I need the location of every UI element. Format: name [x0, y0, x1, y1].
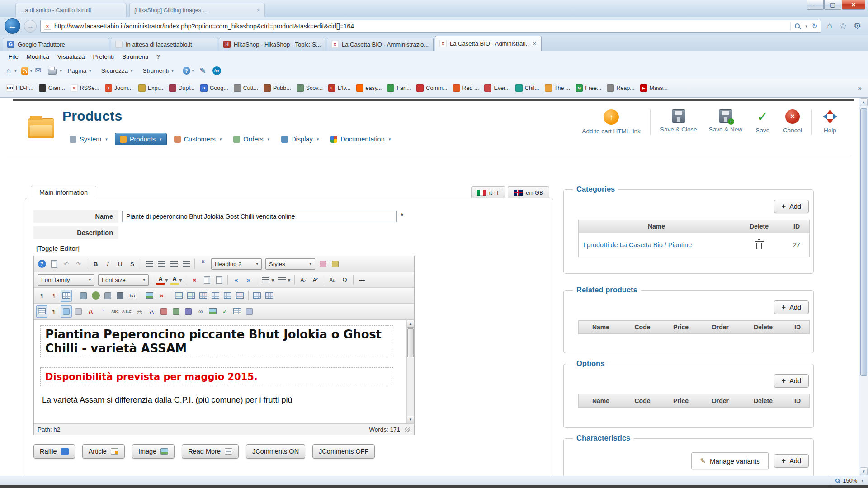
tab-lacasetta-administrati[interactable]: ×La Casetta BIO - Administrati...×: [435, 36, 542, 51]
characteristics-add-button[interactable]: + Add: [774, 454, 809, 468]
ordered-list-icon[interactable]: [260, 274, 271, 286]
help-button[interactable]: Help: [816, 107, 844, 136]
related-add-button[interactable]: + Add: [774, 300, 809, 314]
scroll-thumb[interactable]: [860, 108, 867, 376]
tab-main-information[interactable]: Main information: [31, 186, 96, 199]
horizontal-rule-icon[interactable]: —: [356, 274, 368, 286]
cleanup-icon[interactable]: [330, 258, 341, 270]
save-new-button[interactable]: + Save & New: [703, 107, 748, 136]
favorite-ever[interactable]: Ever...: [481, 82, 512, 94]
split-cells-icon[interactable]: [251, 290, 263, 302]
background-color-icon[interactable]: A: [170, 275, 179, 285]
add-to-cart-button[interactable]: ↑ Add to cart HTML link: [576, 107, 646, 137]
tab-google-traduttore[interactable]: GGoogle Traduttore: [3, 38, 109, 51]
iframe-icon[interactable]: [73, 305, 84, 318]
hp-icon[interactable]: hp: [212, 66, 221, 75]
favorite-gian[interactable]: Gian...: [36, 82, 68, 94]
paste-icon[interactable]: [201, 274, 212, 286]
insert-table-icon[interactable]: [61, 290, 72, 302]
address-dropdown-icon[interactable]: ▾: [805, 24, 807, 28]
bold-icon[interactable]: B: [90, 258, 101, 270]
col-after-icon[interactable]: [222, 290, 233, 302]
favorite-liv[interactable]: LL'Iv...: [326, 82, 354, 94]
language-icon[interactable]: ba: [127, 290, 138, 302]
favorite-reap[interactable]: Reap...: [604, 82, 637, 94]
chevron-down-icon[interactable]: ▾: [14, 69, 17, 73]
refresh-icon[interactable]: ↻: [812, 22, 818, 30]
underline-icon[interactable]: U: [114, 258, 126, 270]
save-button[interactable]: ✓ Save: [748, 107, 777, 136]
categories-add-button[interactable]: + Add: [774, 200, 809, 213]
scroll-up-icon[interactable]: ▲: [407, 320, 414, 328]
align-justify-icon[interactable]: [180, 258, 192, 270]
tab-lang-it[interactable]: it-IT: [471, 186, 505, 198]
mail-icon[interactable]: ✉: [33, 66, 43, 75]
tab-in-attesa[interactable]: In attesa di lacasettabio.it: [111, 38, 217, 51]
favorite-free[interactable]: MFree...: [573, 82, 604, 94]
favorite-pubb[interactable]: Pubb...: [261, 82, 294, 94]
row-before-icon[interactable]: [173, 290, 184, 302]
favorite-scov[interactable]: Scov...: [294, 82, 326, 94]
forward-button[interactable]: →: [24, 20, 37, 33]
menu-help[interactable]: ?: [152, 52, 164, 61]
col-delete-icon[interactable]: [234, 290, 245, 302]
citation-icon[interactable]: Aa: [327, 274, 338, 286]
favorite-mass[interactable]: ▶Mass...: [637, 82, 670, 94]
strikethrough-icon[interactable]: S: [127, 258, 138, 270]
favorite-cutt[interactable]: Cutt...: [231, 82, 261, 94]
paragraph-before-icon[interactable]: ¶: [36, 290, 47, 302]
subscript-icon[interactable]: A₂: [297, 274, 309, 286]
image-icon[interactable]: [207, 305, 218, 318]
tab-close-icon[interactable]: ×: [532, 40, 537, 47]
blockquote-icon[interactable]: “: [198, 258, 209, 270]
search-icon[interactable]: [795, 23, 800, 28]
text-color-caret-icon[interactable]: ▾: [164, 274, 169, 286]
print-icon[interactable]: [48, 69, 57, 75]
cell-properties-icon[interactable]: [231, 305, 243, 318]
cut-icon[interactable]: ×: [189, 274, 200, 286]
chevron-down-icon[interactable]: ▾: [30, 69, 33, 73]
inserted-text-icon[interactable]: A: [146, 305, 157, 318]
text-color-icon[interactable]: A: [156, 275, 165, 285]
favorite-the[interactable]: The ...: [542, 82, 573, 94]
menu-preferiti[interactable]: Preferiti: [89, 52, 118, 61]
tools-menu[interactable]: Strumenti ▾: [138, 66, 178, 76]
insert-media-icon[interactable]: [144, 290, 155, 302]
col-before-icon[interactable]: [210, 290, 221, 302]
find-icon[interactable]: [114, 290, 126, 302]
scroll-down-icon[interactable]: ▼: [860, 467, 868, 475]
background-color-caret-icon[interactable]: ▾: [178, 274, 183, 286]
home-icon[interactable]: ⌂: [827, 21, 832, 31]
options-add-button[interactable]: + Add: [774, 374, 809, 388]
favorite-dupl[interactable]: Dupl...: [166, 82, 198, 94]
superscript-icon[interactable]: A²: [310, 274, 321, 286]
scroll-up-icon[interactable]: ▲: [860, 98, 868, 106]
page-menu[interactable]: Pagina ▾: [63, 66, 96, 76]
calendar-icon[interactable]: [158, 305, 170, 318]
name-input[interactable]: [122, 211, 397, 222]
styled-text-icon[interactable]: A: [85, 305, 96, 318]
embed-icon[interactable]: [183, 305, 194, 318]
favorite-joom[interactable]: JJoom...: [102, 82, 136, 94]
jcomments-off-button[interactable]: JComments OFF: [312, 444, 375, 459]
tab-lacasetta-amministrazione[interactable]: ×La Casetta BIO - Amministrazio...: [327, 38, 434, 51]
bullet-list-icon[interactable]: [276, 274, 288, 286]
deleted-text-icon[interactable]: A: [134, 305, 145, 318]
scroll-thumb[interactable]: [407, 328, 414, 357]
resize-grip[interactable]: [405, 427, 410, 432]
editor-content[interactable]: Piantina Peperoncino piccante Bhut Jolok…: [34, 319, 414, 423]
font-size-select[interactable]: Font size▾: [98, 274, 149, 286]
favorite-comm[interactable]: Comm...: [414, 82, 450, 94]
manage-variants-button[interactable]: ✎ Manage variants: [691, 452, 768, 469]
special-character-icon[interactable]: Ω: [339, 274, 350, 286]
favorite-fari[interactable]: Fari...: [384, 82, 414, 94]
link-icon[interactable]: ∞: [195, 305, 206, 318]
delete-category-icon[interactable]: [756, 243, 762, 249]
minimize-button[interactable]: –: [807, 0, 824, 10]
category-link[interactable]: I prodotti de La Casetta Bio / Piantine: [579, 239, 734, 251]
tools-gear-icon[interactable]: ⚙: [854, 21, 861, 31]
read-more-button[interactable]: Read More: [182, 444, 239, 459]
ordered-list-caret-icon[interactable]: ▾: [270, 274, 275, 286]
favorite-chil[interactable]: Chil...: [513, 82, 542, 94]
favorite-red[interactable]: Red ...: [450, 82, 482, 94]
